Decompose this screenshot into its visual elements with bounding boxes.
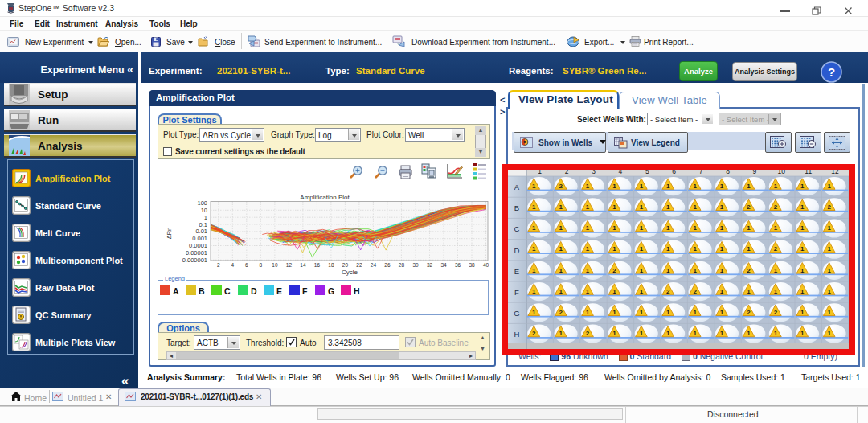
svg-text:18: 18 bbox=[328, 262, 334, 268]
svg-text:34: 34 bbox=[440, 262, 447, 268]
svg-text:22: 22 bbox=[356, 262, 362, 268]
svg-text:Amplification Plot: Amplification Plot bbox=[300, 194, 350, 201]
svg-text:2: 2 bbox=[217, 262, 220, 268]
svg-text:32: 32 bbox=[427, 262, 433, 268]
svg-text:ΔRn: ΔRn bbox=[166, 228, 173, 240]
svg-text:0.000001: 0.000001 bbox=[182, 257, 207, 264]
svg-text:0.01: 0.01 bbox=[195, 228, 207, 235]
svg-text:36: 36 bbox=[455, 262, 461, 268]
svg-text:0.001: 0.001 bbox=[192, 235, 207, 242]
svg-text:26: 26 bbox=[384, 262, 391, 268]
svg-text:40: 40 bbox=[483, 262, 489, 268]
svg-text:20: 20 bbox=[342, 262, 349, 268]
svg-text:100: 100 bbox=[197, 199, 207, 207]
svg-text:28: 28 bbox=[399, 262, 405, 268]
svg-text:Cycle: Cycle bbox=[342, 269, 358, 276]
svg-text:10: 10 bbox=[201, 207, 207, 214]
svg-text:?: ? bbox=[828, 65, 835, 79]
svg-text:16: 16 bbox=[314, 262, 321, 268]
svg-text:0.0001: 0.0001 bbox=[189, 242, 207, 249]
svg-text:30: 30 bbox=[412, 262, 419, 268]
svg-text:12: 12 bbox=[286, 262, 293, 268]
svg-text:14: 14 bbox=[300, 262, 306, 268]
svg-text:38: 38 bbox=[469, 262, 475, 268]
svg-text:0.1: 0.1 bbox=[199, 221, 207, 228]
svg-text:4: 4 bbox=[231, 262, 234, 268]
svg-text:10: 10 bbox=[272, 262, 278, 268]
svg-text:24: 24 bbox=[371, 262, 377, 268]
svg-text:8: 8 bbox=[259, 262, 262, 268]
svg-text:0.00001: 0.00001 bbox=[186, 249, 207, 257]
svg-text:1: 1 bbox=[204, 214, 207, 221]
svg-text:6: 6 bbox=[245, 262, 248, 268]
